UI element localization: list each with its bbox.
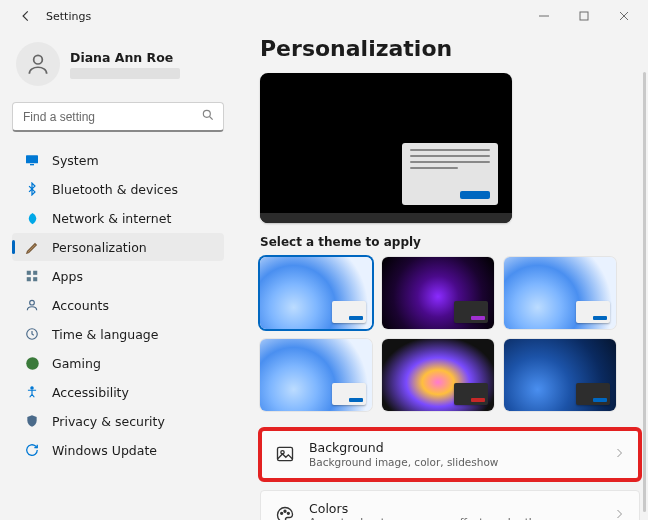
search-input[interactable]	[21, 109, 195, 125]
theme-dark-bloom[interactable]	[504, 339, 616, 411]
svg-point-15	[281, 512, 283, 514]
sidebar-item-gaming[interactable]: Gaming	[12, 349, 224, 377]
sidebar-item-accessibility[interactable]: Accessibility	[12, 378, 224, 406]
accessibility-icon	[24, 384, 40, 400]
clock-icon	[24, 326, 40, 342]
back-button[interactable]	[12, 2, 40, 30]
sidebar-item-privacy[interactable]: Privacy & security	[12, 407, 224, 435]
shield-icon	[24, 413, 40, 429]
preview-taskbar	[260, 213, 512, 223]
update-icon	[24, 442, 40, 458]
search-icon	[201, 108, 215, 125]
sidebar-item-network[interactable]: Network & internet	[12, 204, 224, 232]
svg-rect-6	[33, 271, 37, 275]
svg-point-11	[26, 357, 39, 370]
theme-light-alt[interactable]	[504, 257, 616, 329]
svg-rect-13	[278, 448, 293, 461]
nav-list: System Bluetooth & devices Network & int…	[12, 146, 224, 464]
nav-label: Time & language	[52, 327, 158, 342]
nav-label: Personalization	[52, 240, 147, 255]
apps-icon	[24, 268, 40, 284]
search-box[interactable]	[12, 102, 224, 132]
svg-rect-4	[30, 164, 34, 165]
nav-label: System	[52, 153, 99, 168]
palette-icon	[275, 505, 295, 520]
chevron-right-icon	[613, 447, 625, 462]
svg-point-17	[287, 512, 289, 514]
theme-section-label: Select a theme to apply	[260, 235, 640, 249]
sidebar: Diana Ann Roe System Bluetooth & devices…	[0, 32, 232, 520]
accounts-icon	[24, 297, 40, 313]
chevron-right-icon	[613, 508, 625, 520]
main-content: Personalization Select a theme to apply	[232, 32, 648, 520]
page-title: Personalization	[260, 36, 640, 61]
sidebar-item-system[interactable]: System	[12, 146, 224, 174]
svg-point-12	[31, 387, 33, 389]
nav-label: Network & internet	[52, 211, 171, 226]
theme-grid	[260, 257, 640, 411]
option-list: Background Background image, color, slid…	[260, 429, 640, 520]
option-subtitle: Accent color, transparency effects, colo…	[309, 516, 559, 520]
option-background[interactable]: Background Background image, color, slid…	[260, 429, 640, 480]
theme-captured-motion[interactable]	[382, 339, 494, 411]
svg-rect-8	[33, 277, 37, 281]
system-icon	[24, 152, 40, 168]
avatar	[16, 42, 60, 86]
svg-point-1	[34, 55, 43, 64]
account-name: Diana Ann Roe	[70, 50, 180, 65]
svg-point-2	[203, 110, 210, 117]
preview-window	[402, 143, 498, 205]
account-email-redacted	[70, 68, 180, 79]
sidebar-item-update[interactable]: Windows Update	[12, 436, 224, 464]
scrollbar[interactable]	[643, 72, 646, 512]
network-icon	[24, 210, 40, 226]
minimize-button[interactable]	[524, 2, 564, 30]
titlebar: Settings	[0, 0, 648, 32]
bluetooth-icon	[24, 181, 40, 197]
option-subtitle: Background image, color, slideshow	[309, 456, 498, 469]
desktop-preview	[260, 73, 512, 223]
svg-rect-0	[580, 12, 588, 20]
account-block[interactable]: Diana Ann Roe	[12, 36, 224, 100]
svg-rect-5	[27, 271, 31, 275]
nav-label: Accessibility	[52, 385, 129, 400]
sidebar-item-personalization[interactable]: Personalization	[12, 233, 224, 261]
sidebar-item-time[interactable]: Time & language	[12, 320, 224, 348]
option-title: Colors	[309, 501, 559, 517]
sidebar-item-apps[interactable]: Apps	[12, 262, 224, 290]
svg-point-16	[284, 510, 286, 512]
maximize-button[interactable]	[564, 2, 604, 30]
nav-label: Privacy & security	[52, 414, 165, 429]
nav-label: Bluetooth & devices	[52, 182, 178, 197]
personalization-icon	[24, 239, 40, 255]
gaming-icon	[24, 355, 40, 371]
nav-label: Gaming	[52, 356, 101, 371]
nav-label: Accounts	[52, 298, 109, 313]
option-title: Background	[309, 440, 498, 456]
theme-light-bloom[interactable]	[260, 257, 372, 329]
theme-glow[interactable]	[382, 257, 494, 329]
svg-rect-7	[27, 277, 31, 281]
svg-point-9	[30, 300, 35, 305]
close-button[interactable]	[604, 2, 644, 30]
svg-rect-3	[26, 155, 38, 163]
option-colors[interactable]: Colors Accent color, transparency effect…	[260, 490, 640, 520]
nav-label: Apps	[52, 269, 83, 284]
sidebar-item-bluetooth[interactable]: Bluetooth & devices	[12, 175, 224, 203]
nav-label: Windows Update	[52, 443, 157, 458]
sidebar-item-accounts[interactable]: Accounts	[12, 291, 224, 319]
theme-light-2[interactable]	[260, 339, 372, 411]
image-icon	[275, 444, 295, 464]
window-title: Settings	[46, 10, 91, 23]
